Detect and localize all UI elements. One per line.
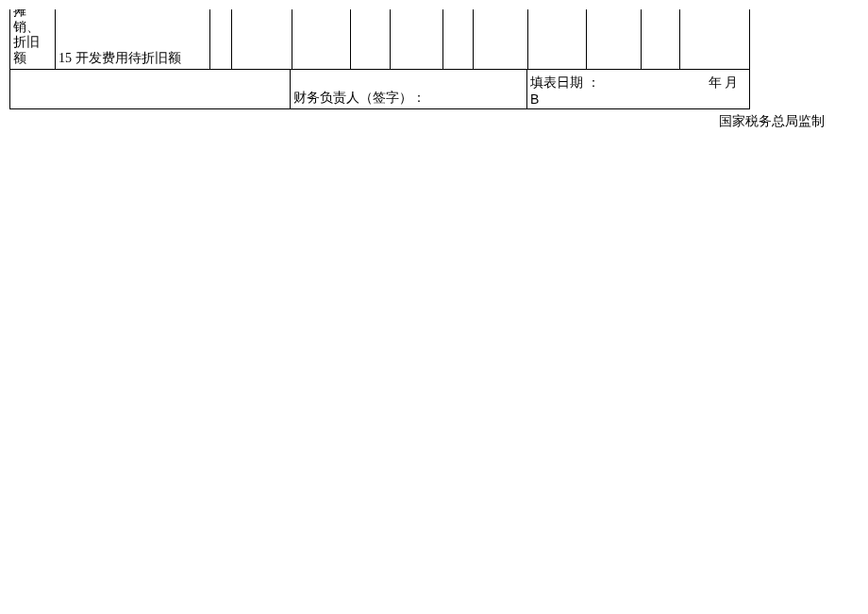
empty-cell <box>587 9 642 70</box>
empty-cell <box>474 9 528 70</box>
empty-cell <box>642 9 680 70</box>
footer-left-cell <box>10 70 291 109</box>
date-label-text: 填表日期 <box>530 75 583 90</box>
empty-cell <box>391 9 443 70</box>
date-colon: ： <box>587 75 600 90</box>
empty-cell <box>210 9 232 70</box>
date-label-line: 填表日期 ： 年 月 <box>530 75 738 91</box>
empty-cell <box>292 9 351 70</box>
footer-authority: 国家税务总局监制 <box>9 109 859 130</box>
signature-label: 财务负责人（签字）： <box>293 90 426 107</box>
row-category-cell: 摊销、折旧额 <box>10 9 56 70</box>
footer-authority-text: 国家税务总局监制 <box>719 114 825 128</box>
empty-cell <box>528 9 587 70</box>
date-cell: 填表日期 ： 年 月 B <box>527 70 750 109</box>
empty-cell <box>680 9 750 70</box>
empty-cell <box>232 9 292 70</box>
row-item-label: 15 开发费用待折旧额 <box>58 50 181 67</box>
empty-cell <box>351 9 391 70</box>
signature-cell: 财务负责人（签字）： <box>291 70 527 109</box>
empty-cell <box>443 9 474 70</box>
row-item-cell: 15 开发费用待折旧额 <box>56 9 210 70</box>
table-row: 摊销、折旧额 15 开发费用待折旧额 <box>9 9 859 70</box>
table-row: 财务负责人（签字）： 填表日期 ： 年 月 B <box>9 70 859 109</box>
date-letter: B <box>530 91 539 107</box>
row-category-label: 摊销、折旧额 <box>13 9 52 67</box>
form-table: 摊销、折旧额 15 开发费用待折旧额 财务负责人（签字）： 填表日期 ： 年 月 <box>9 9 859 109</box>
date-suffix: 年 月 <box>709 75 739 90</box>
